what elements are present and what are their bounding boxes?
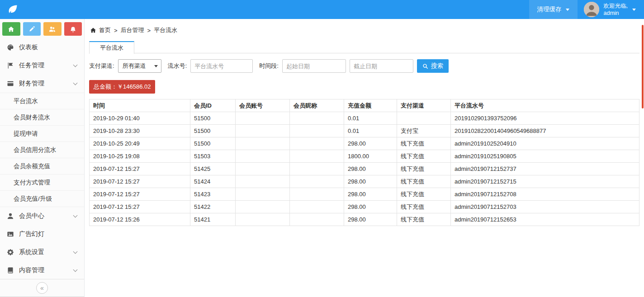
sidebar-item-tasks[interactable]: 任务管理 (0, 57, 84, 75)
table-cell: 2019-07-12 15:27 (90, 175, 190, 188)
sidebar-subitem[interactable]: 平台流水 (0, 93, 84, 109)
table-cell: 线下充值 (397, 175, 451, 188)
start-date-input[interactable] (282, 59, 346, 73)
caret-down-icon (632, 9, 636, 11)
table-row[interactable]: 2019-07-12 15:2751425298.00线下充值admin2019… (90, 163, 639, 175)
sidebar-item-members[interactable]: 会员中心 (0, 207, 84, 225)
search-button[interactable]: 搜索 (417, 59, 449, 73)
breadcrumb-item[interactable]: 后台管理 (121, 26, 144, 34)
table-cell (290, 213, 344, 226)
home-icon (90, 27, 96, 33)
table-cell (290, 112, 344, 125)
table-cell: 1800.00 (344, 150, 397, 163)
sidebar-quick-buttons (0, 19, 84, 38)
table-cell: 298.00 (344, 188, 397, 201)
table-cell: admin20190712152653 (451, 213, 639, 226)
welcome-line2: admin (604, 9, 628, 17)
table-cell: 2019-07-12 15:27 (90, 188, 190, 201)
edit-quick-button[interactable] (23, 22, 41, 36)
table-cell: 线下充值 (397, 137, 451, 150)
sidebar-subitem[interactable]: 会员财务流水 (0, 109, 84, 125)
sidebar-subitem[interactable]: 提现申请 (0, 125, 84, 141)
home-quick-button[interactable] (2, 22, 20, 36)
table-cell: 2019102901393752096 (451, 112, 639, 125)
table-cell: 2019-10-25 19:08 (90, 150, 190, 163)
table-cell: 298.00 (344, 213, 397, 226)
user-menu[interactable]: 欢迎光临, admin (578, 0, 644, 19)
gear-icon (7, 249, 14, 256)
serial-label: 流水号: (168, 62, 187, 70)
sidebar-item-finance[interactable]: 财务管理 (0, 75, 84, 93)
finance-icon (7, 80, 14, 87)
users-icon (49, 26, 56, 33)
channel-select-value: 所有渠道 (123, 62, 146, 70)
table-cell: 51503 (190, 150, 236, 163)
total-amount-label: 总金额： (94, 83, 117, 90)
channel-select[interactable]: 所有渠道 (118, 59, 161, 73)
serial-input[interactable] (190, 59, 253, 73)
sidebar-subitem[interactable]: 会员充值/升级 (0, 190, 84, 207)
sidebar-item-ads[interactable]: 广告幻灯 (0, 225, 84, 243)
end-date-input[interactable] (350, 59, 413, 73)
sidebar-item-label: 内容管理 (19, 266, 44, 274)
avatar (584, 2, 599, 17)
chevron-down-icon (73, 80, 78, 85)
table-cell: 2019-10-29 01:40 (90, 112, 190, 125)
sidebar-item-settings[interactable]: 系统设置 (0, 243, 84, 261)
table-cell (236, 163, 290, 175)
table-row[interactable]: 2019-07-12 15:2651421298.00线下充值admin2019… (90, 213, 639, 226)
table-cell (236, 175, 290, 188)
table-row[interactable]: 2019-07-12 15:2751422298.00线下充值admin2019… (90, 201, 639, 213)
caret-down-icon (566, 9, 569, 11)
table-cell: admin20190712152715 (451, 175, 639, 188)
scrollbar-thumb[interactable] (642, 25, 644, 108)
table-cell: 支付宝 (397, 125, 451, 137)
bell-icon (70, 26, 76, 33)
column-header: 会员账号 (236, 99, 290, 112)
sidebar-subitem[interactable]: 会员余额充值 (0, 158, 84, 174)
sidebar-subitem[interactable]: 支付方式管理 (0, 174, 84, 190)
search-button-label: 搜索 (431, 62, 443, 70)
table-cell (290, 175, 344, 188)
sidebar-collapse-button[interactable]: « (36, 282, 48, 294)
breadcrumb-item: 平台流水 (154, 26, 177, 34)
total-amount-badge: 总金额：￥146586.02 (89, 80, 155, 94)
table-cell: 线下充值 (397, 150, 451, 163)
table-cell: 51500 (190, 112, 236, 125)
breadcrumb-item[interactable]: 首页 (99, 26, 111, 34)
table-cell: admin20191025204910 (451, 137, 639, 150)
table-cell: 51421 (190, 213, 236, 226)
table-cell (236, 125, 290, 137)
users-quick-button[interactable] (43, 22, 62, 36)
notifications-quick-button[interactable] (64, 22, 82, 36)
sidebar: 仪表板任务管理财务管理平台流水会员财务流水提现申请会员信用分流水会员余额充值支付… (0, 19, 85, 297)
table-cell (290, 125, 344, 137)
leaf-icon (7, 4, 19, 15)
flow-table-wrap: 时间会员ID会员账号会员昵称充值金额支付渠道平台流水号 2019-10-29 0… (89, 99, 639, 226)
table-row[interactable]: 2019-10-25 19:08515031800.00线下充值admin201… (90, 150, 639, 163)
table-header-row: 时间会员ID会员账号会员昵称充值金额支付渠道平台流水号 (90, 99, 639, 112)
caret-down-icon (154, 65, 158, 67)
sidebar-item-dashboard[interactable]: 仪表板 (0, 38, 84, 57)
tab-platform-flow[interactable]: 平台流水 (89, 41, 134, 54)
table-cell (236, 201, 290, 213)
table-cell: 298.00 (344, 163, 397, 175)
table-row[interactable]: 2019-07-12 15:2751424298.00线下充值admin2019… (90, 175, 639, 188)
chevron-down-icon (73, 249, 78, 254)
table-row[interactable]: 2019-10-29 01:40515000.01201910290139375… (90, 112, 639, 125)
table-cell: 2019-10-28 23:30 (90, 125, 190, 137)
table-cell (236, 150, 290, 163)
table-cell (290, 188, 344, 201)
table-row[interactable]: 2019-07-12 15:2751423298.00线下充值admin2019… (90, 188, 639, 201)
sidebar-subitem[interactable]: 会员信用分流水 (0, 141, 84, 158)
sidebar-item-content[interactable]: 内容管理 (0, 261, 84, 279)
clear-cache-button[interactable]: 清理缓存 (529, 0, 578, 19)
chevron-down-icon (73, 213, 78, 217)
table-row[interactable]: 2019-10-25 20:4951500298.00线下充值admin2019… (90, 137, 639, 150)
table-cell: 0.01 (344, 125, 397, 137)
table-cell (290, 201, 344, 213)
brand-logo[interactable] (0, 4, 85, 15)
table-row[interactable]: 2019-10-28 23:30515000.01支付宝201910282200… (90, 125, 639, 137)
welcome-line1: 欢迎光临, (604, 2, 628, 9)
chevron-down-icon (73, 267, 78, 272)
